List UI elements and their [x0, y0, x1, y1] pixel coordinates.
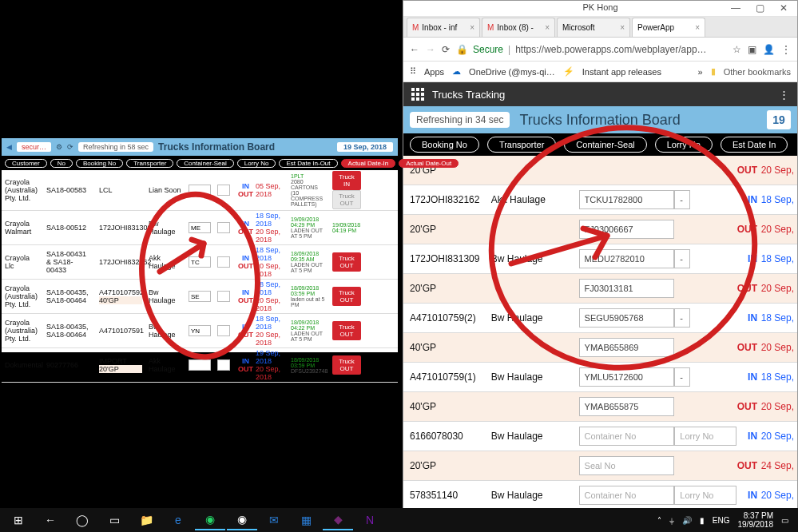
powerapps-icon[interactable]: ◆: [323, 510, 353, 530]
container-input[interactable]: [579, 338, 675, 357]
close-icon[interactable]: ×: [695, 23, 700, 32]
truck-out-button[interactable]: Truck OUT: [332, 321, 361, 340]
whatsapp-icon[interactable]: ◉: [195, 510, 225, 530]
lorry-input[interactable]: [674, 190, 690, 209]
search-chip[interactable]: secur…: [17, 142, 51, 152]
container-input[interactable]: [579, 190, 675, 209]
lorry-input[interactable]: [674, 367, 690, 387]
battery-icon[interactable]: ▮: [700, 516, 705, 525]
calendar-icon[interactable]: ▦: [291, 510, 321, 530]
container-input[interactable]: [189, 256, 211, 268]
filter-pill[interactable]: Customer: [5, 159, 47, 168]
container-input[interactable]: [579, 397, 675, 416]
filter-pill[interactable]: No: [50, 159, 73, 168]
url-field[interactable]: 🔒 Secure | https://web.powerapps.com/web…: [456, 44, 726, 55]
bm-onedrive[interactable]: OneDrive (@mys-qi…: [469, 67, 555, 77]
filter-lorry[interactable]: Lorry No: [655, 137, 713, 153]
bm-other[interactable]: Other bookmarks: [724, 67, 791, 77]
onedrive-icon[interactable]: ☁: [452, 66, 461, 77]
container-input[interactable]: [189, 185, 211, 196]
star-icon[interactable]: ☆: [732, 44, 741, 55]
container-input[interactable]: [189, 325, 211, 336]
notification-icon[interactable]: ▭: [781, 516, 788, 525]
start-button[interactable]: ⊞: [3, 510, 34, 530]
filter-pill[interactable]: Booking No: [76, 159, 123, 168]
volume-icon[interactable]: 🔊: [682, 516, 692, 525]
lorry-input[interactable]: [674, 427, 736, 446]
back-icon[interactable]: ◀: [6, 143, 12, 151]
tab-powerapps[interactable]: PowerApp×: [632, 18, 705, 37]
filter-estdate[interactable]: Est Date In: [721, 137, 788, 153]
maximize-button[interactable]: ▢: [748, 1, 772, 16]
close-icon[interactable]: ×: [545, 23, 550, 32]
lorry-input[interactable]: [217, 325, 230, 336]
reload-icon[interactable]: ⟳: [67, 143, 73, 151]
cast-icon[interactable]: ▣: [748, 44, 756, 55]
filter-pill[interactable]: Lorry No: [237, 159, 276, 168]
minimize-button[interactable]: —: [724, 1, 748, 16]
clock[interactable]: 8:37 PM 19/9/2018: [738, 511, 774, 529]
lorry-input[interactable]: [674, 486, 736, 505]
container-input[interactable]: [189, 222, 211, 233]
waffle-icon[interactable]: [411, 88, 424, 101]
edge-icon[interactable]: e: [163, 510, 193, 530]
container-input[interactable]: [579, 456, 675, 475]
apps-icon[interactable]: ⠿: [410, 66, 416, 77]
search-icon[interactable]: ◯: [67, 510, 97, 530]
container-input[interactable]: [579, 249, 675, 268]
kebab-icon[interactable]: ⋮: [779, 89, 789, 101]
lorry-input[interactable]: [674, 249, 690, 268]
menu-icon[interactable]: ⋮: [781, 44, 791, 55]
close-icon[interactable]: ×: [470, 23, 474, 32]
tab-inbox-1[interactable]: MInbox - inf×: [407, 18, 480, 37]
bm-instant[interactable]: Instant app releases: [582, 67, 661, 77]
back-button[interactable]: ←: [35, 510, 66, 530]
lorry-input[interactable]: [217, 185, 230, 196]
refresh-chip[interactable]: Refreshing in 34 sec: [410, 112, 510, 128]
lorry-input[interactable]: [674, 308, 690, 328]
container-input[interactable]: [579, 427, 675, 446]
tab-ms[interactable]: Microsoft×: [557, 18, 630, 37]
chrome-icon[interactable]: ◉: [227, 510, 257, 530]
filter-pill[interactable]: Actual Date-Out: [399, 159, 459, 168]
folder-icon[interactable]: 📁: [131, 510, 161, 530]
truck-in-button[interactable]: Truck IN: [332, 171, 361, 190]
bm-apps[interactable]: Apps: [424, 67, 444, 77]
gear-icon[interactable]: ⚙: [56, 143, 62, 151]
lorry-input[interactable]: [217, 291, 230, 302]
wifi-icon[interactable]: ⏚: [669, 516, 674, 525]
filter-container[interactable]: Container-Seal: [564, 137, 646, 153]
container-input[interactable]: [579, 308, 675, 328]
chevron-right-icon[interactable]: »: [698, 67, 703, 77]
filter-pill[interactable]: Container-Seal: [177, 159, 233, 168]
truck-out-button[interactable]: Truck OUT: [332, 355, 361, 375]
profile-icon[interactable]: 👤: [763, 44, 775, 55]
filter-pill[interactable]: Transporter: [126, 159, 173, 168]
task-view-icon[interactable]: ▭: [99, 510, 129, 530]
filter-pill[interactable]: Est Date In-Out: [279, 159, 337, 168]
truck-out-button[interactable]: Truck OUT: [332, 287, 361, 306]
container-input[interactable]: [189, 291, 211, 302]
back-icon[interactable]: ←: [410, 44, 419, 55]
lorry-input[interactable]: [217, 256, 230, 268]
lorry-input[interactable]: [217, 359, 230, 371]
onenote-icon[interactable]: N: [355, 510, 385, 530]
tab-inbox-2[interactable]: MInbox (8) -×: [482, 18, 555, 37]
container-input[interactable]: [189, 359, 211, 371]
close-icon[interactable]: ×: [620, 23, 625, 32]
mail-icon[interactable]: ✉: [259, 510, 289, 530]
container-input[interactable]: [579, 279, 675, 298]
filter-transporter[interactable]: Transporter: [487, 137, 556, 153]
filter-pill[interactable]: Actual Date-In: [341, 159, 396, 168]
close-button[interactable]: ✕: [772, 1, 796, 16]
language-indicator[interactable]: ENG: [713, 516, 730, 525]
container-input[interactable]: [579, 486, 675, 505]
forward-icon[interactable]: →: [426, 44, 435, 55]
container-input[interactable]: [579, 367, 675, 387]
truck-out-button[interactable]: Truck OUT: [332, 190, 361, 209]
truck-out-button[interactable]: Truck OUT: [332, 252, 361, 272]
reload-icon[interactable]: ⟳: [442, 44, 450, 55]
lorry-input[interactable]: [217, 222, 230, 233]
container-input[interactable]: [579, 220, 675, 239]
filter-booking[interactable]: Booking No: [410, 137, 479, 153]
